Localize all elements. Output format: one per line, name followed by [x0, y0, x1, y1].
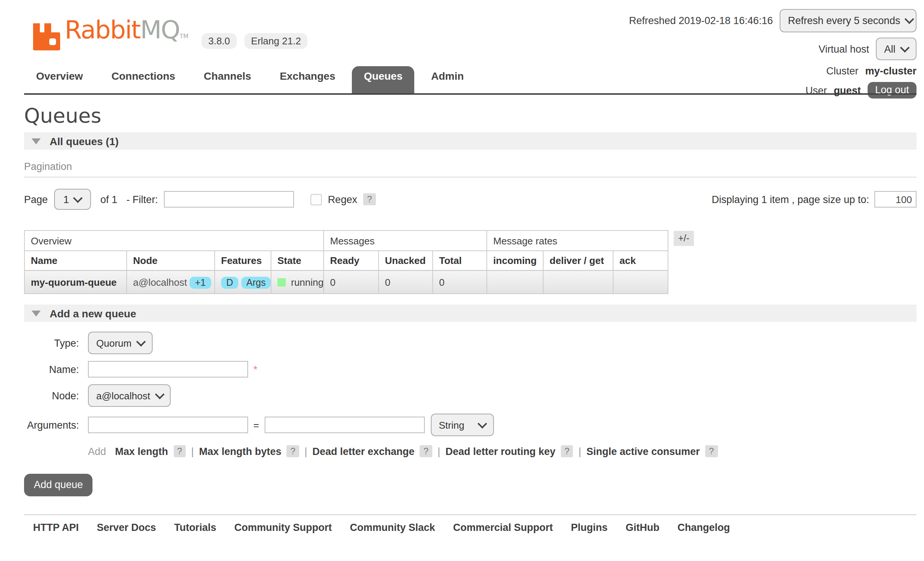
nav-tab-exchanges[interactable]: Exchanges [268, 66, 347, 88]
add-queue-form: Type: Quorum Name: * Node: a@localhost [24, 332, 916, 496]
refreshed-timestamp: Refreshed 2019-02-18 16:46:16 [629, 15, 773, 26]
section-collapse-icon [32, 310, 41, 316]
separator: | [579, 446, 581, 457]
state-text: running [291, 276, 324, 288]
page-select[interactable]: 1 [54, 189, 91, 210]
all-queues-section-header[interactable]: All queues (1) [24, 132, 916, 150]
arguments-label: Arguments: [24, 419, 79, 431]
chevron-down-icon [905, 14, 914, 24]
type-label: Type: [24, 337, 79, 349]
add-queue-section-title: Add a new queue [50, 307, 136, 319]
footer-link-tutorials[interactable]: Tutorials [174, 522, 216, 533]
queue-row: my-quorum-queue a@localhost +1 D Args ru… [24, 270, 668, 294]
shortcut-single-active-consumer[interactable]: Single active consumer [586, 446, 700, 457]
displaying-label: Displaying 1 item , page size up to: [712, 194, 869, 205]
header: RabbitMQTM 3.8.0 Erlang 21.2 Refreshed 2… [0, 0, 924, 95]
footer-link-changelog[interactable]: Changelog [677, 522, 730, 533]
node-label: Node: [24, 390, 79, 401]
footer-link-community-support[interactable]: Community Support [234, 522, 332, 533]
col-header-node: Node [127, 251, 215, 270]
argument-key-input[interactable] [88, 417, 248, 433]
single-active-consumer-help-badge[interactable]: ? [705, 445, 718, 457]
node-more-badge[interactable]: +1 [190, 276, 211, 288]
cell-features: D Args [215, 270, 271, 294]
cell-state: running [271, 270, 324, 294]
regex-help-badge[interactable]: ? [363, 193, 376, 205]
filter-label: - Filter: [126, 194, 158, 205]
pagination-title: Pagination [24, 161, 916, 177]
arguments-row: Arguments: = String [24, 414, 916, 436]
node-select-value: a@localhost [96, 390, 150, 401]
footer-link-plugins[interactable]: Plugins [571, 522, 608, 533]
rabbitmq-logo[interactable]: RabbitMQTM [33, 17, 188, 50]
max-length-help-badge[interactable]: ? [173, 445, 186, 457]
shortcut-max-length[interactable]: Max length [115, 446, 168, 457]
footer-link-server-docs[interactable]: Server Docs [97, 522, 156, 533]
add-queue-button[interactable]: Add queue [24, 474, 93, 496]
cluster-row: Cluster my-cluster [826, 65, 916, 77]
nav-tab-admin[interactable]: Admin [419, 66, 476, 88]
section-collapse-icon [32, 138, 41, 144]
cluster-label: Cluster [826, 65, 859, 77]
main-content: Queues All queues (1) Pagination Page 1 … [0, 104, 924, 533]
running-state-icon [277, 278, 286, 286]
refresh-row: Refreshed 2019-02-18 16:46:16 Refresh ev… [629, 9, 916, 32]
nav-tab-channels[interactable]: Channels [192, 66, 263, 88]
queue-name-link[interactable]: my-quorum-queue [31, 276, 117, 288]
cell-total: 0 [433, 270, 487, 294]
equals-sign: = [253, 419, 259, 431]
dead-letter-routing-key-help-badge[interactable]: ? [561, 445, 573, 457]
add-queue-section-header[interactable]: Add a new queue [24, 305, 916, 322]
cell-ack [613, 270, 668, 294]
erlang-badge: Erlang 21.2 [244, 33, 308, 49]
shortcut-dead-letter-routing-key[interactable]: Dead letter routing key [445, 446, 556, 457]
logout-button[interactable]: Log out [868, 82, 916, 99]
shortcut-max-length-bytes[interactable]: Max length bytes [199, 446, 282, 457]
argument-value-input[interactable] [264, 417, 424, 433]
page-title: Queues [24, 104, 916, 127]
node-select[interactable]: a@localhost [88, 384, 171, 407]
footer-link-http-api[interactable]: HTTP API [33, 522, 79, 533]
header-controls: Refreshed 2019-02-18 16:46:16 Refresh ev… [629, 9, 916, 99]
brand-rabbit: Rabbit [65, 15, 140, 44]
chevron-down-icon [900, 42, 909, 52]
queue-name-input[interactable] [88, 361, 248, 378]
footer-link-community-slack[interactable]: Community Slack [350, 522, 435, 533]
argument-type-value: String [439, 419, 464, 431]
feature-durable-badge[interactable]: D [221, 276, 238, 288]
cell-queue-name[interactable]: my-quorum-queue [24, 270, 127, 294]
cell-ready: 0 [324, 270, 379, 294]
cell-incoming [487, 270, 543, 294]
max-length-bytes-help-badge[interactable]: ? [287, 445, 299, 457]
footer-link-commercial-support[interactable]: Commercial Support [453, 522, 553, 533]
queue-type-select[interactable]: Quorum [88, 332, 153, 354]
version-badges: 3.8.0 Erlang 21.2 [201, 33, 308, 49]
name-label: Name: [24, 364, 79, 375]
footer: HTTP API Server Docs Tutorials Community… [24, 514, 916, 533]
dead-letter-exchange-help-badge[interactable]: ? [420, 445, 432, 457]
virtual-host-select[interactable]: All [876, 38, 916, 60]
chevron-down-icon [73, 193, 82, 202]
argument-type-select[interactable]: String [430, 414, 494, 436]
footer-link-github[interactable]: GitHub [626, 522, 659, 533]
page-of-label: of 1 [100, 194, 117, 205]
name-row: Name: * [24, 361, 916, 378]
page-size-input[interactable] [874, 191, 916, 208]
node-row: Node: a@localhost [24, 384, 916, 407]
nav-tab-queues[interactable]: Queues [352, 66, 415, 93]
column-toggle-button[interactable]: +/- [674, 231, 694, 246]
nav-tab-connections[interactable]: Connections [100, 66, 188, 88]
col-header-deliver-get: deliver / get [543, 251, 613, 270]
refresh-interval-select[interactable]: Refresh every 5 seconds [780, 9, 916, 32]
col-header-unacked: Unacked [379, 251, 433, 270]
chevron-down-icon [136, 337, 145, 346]
shortcut-dead-letter-exchange[interactable]: Dead letter exchange [312, 446, 415, 457]
type-row: Type: Quorum [24, 332, 916, 354]
col-header-incoming: incoming [487, 251, 543, 270]
regex-checkbox[interactable] [311, 194, 322, 205]
brand-wordmark: RabbitMQTM [65, 17, 188, 50]
page-size-controls: Displaying 1 item , page size up to: [712, 191, 916, 208]
nav-tab-overview[interactable]: Overview [24, 66, 95, 88]
filter-input[interactable] [164, 191, 294, 208]
feature-args-badge[interactable]: Args [241, 276, 271, 288]
